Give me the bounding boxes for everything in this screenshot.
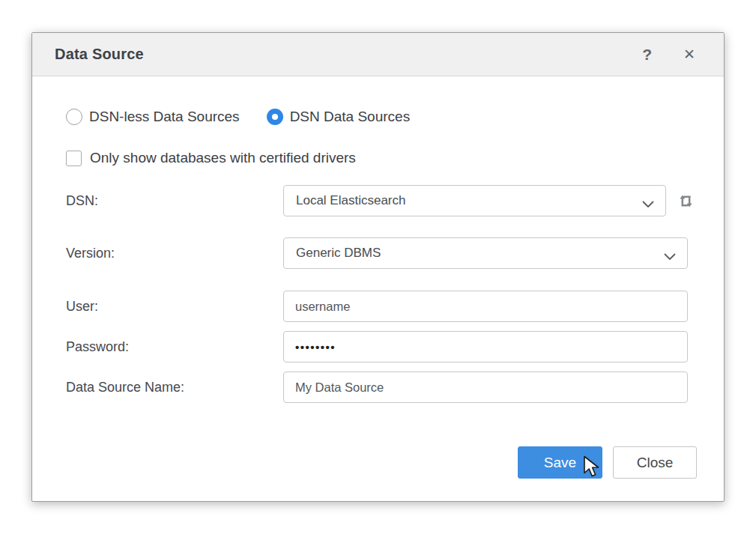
certified-drivers-label: Only show databases with certified drive… (90, 150, 356, 166)
data-source-name-row: Data Source Name: (66, 371, 688, 403)
close-icon[interactable]: ✕ (683, 47, 695, 61)
user-input[interactable] (283, 291, 688, 322)
password-input[interactable] (283, 331, 688, 362)
data-source-name-label: Data Source Name: (66, 371, 283, 403)
radio-dsn-data-sources[interactable]: DSN Data Sources (267, 109, 411, 125)
dsn-row: DSN: Local Elasticsearch (66, 185, 696, 216)
user-row: User: (66, 291, 688, 322)
radio-unselected-icon[interactable] (66, 109, 82, 125)
version-selected-value: Generic DBMS (284, 246, 381, 261)
certified-drivers-checkbox[interactable] (66, 151, 82, 166)
save-button[interactable]: Save (518, 446, 602, 479)
data-source-name-input[interactable] (283, 371, 688, 403)
chevron-down-icon (642, 198, 654, 211)
screen: Data Source ? ✕ DSN-less Data Sources DS… (0, 0, 756, 534)
password-row: Password: (66, 331, 688, 362)
dsn-mode-radio-group: DSN-less Data Sources DSN Data Sources (66, 107, 410, 127)
dsn-label: DSN: (66, 185, 283, 216)
help-icon[interactable]: ? (642, 46, 652, 62)
refresh-icon[interactable] (676, 191, 696, 211)
user-label: User: (66, 291, 283, 322)
dsn-selected-value: Local Elasticsearch (284, 193, 405, 208)
password-label: Password: (66, 331, 283, 362)
dsn-select[interactable]: Local Elasticsearch (283, 185, 666, 216)
version-row: Version: Generic DBMS (66, 237, 688, 269)
dialog-header: Data Source ? ✕ (32, 33, 724, 76)
version-select[interactable]: Generic DBMS (283, 237, 688, 269)
version-label: Version: (66, 237, 283, 269)
radio-label: DSN Data Sources (290, 109, 411, 125)
dialog-title: Data Source (55, 46, 642, 63)
close-button[interactable]: Close (613, 446, 697, 479)
certified-drivers-row: Only show databases with certified drive… (66, 148, 356, 168)
chevron-down-icon (664, 250, 676, 264)
radio-dsn-less-data-sources[interactable]: DSN-less Data Sources (66, 109, 240, 125)
data-source-dialog: Data Source ? ✕ DSN-less Data Sources DS… (31, 32, 725, 502)
radio-selected-icon[interactable] (267, 109, 283, 125)
radio-label: DSN-less Data Sources (89, 109, 240, 125)
